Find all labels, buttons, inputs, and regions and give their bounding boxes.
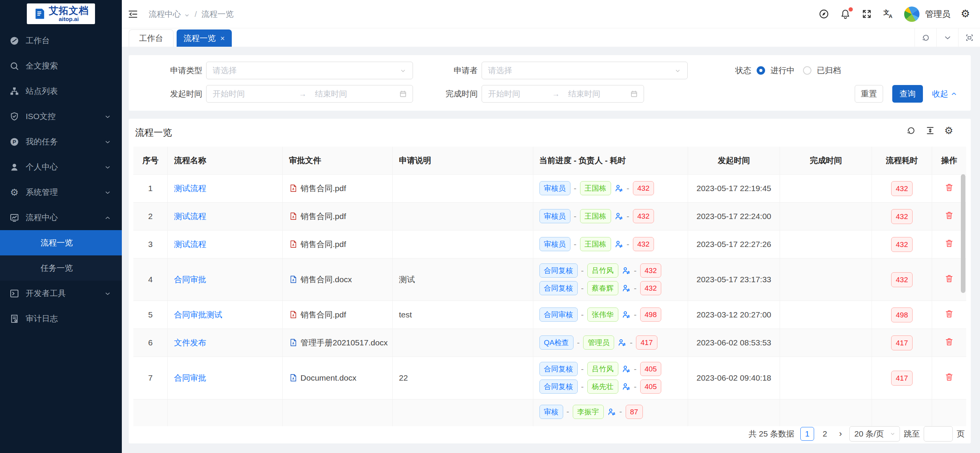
collapse-filters-link[interactable]: 收起	[932, 85, 957, 103]
sidebar-item[interactable]: 开发者工具	[0, 281, 122, 306]
current-user-name[interactable]: 管理员	[925, 8, 951, 20]
tab-close-icon[interactable]: ×	[220, 34, 225, 42]
page-button-2[interactable]: 2	[818, 427, 832, 441]
sidebar-item[interactable]: ⚙系统管理	[0, 180, 122, 205]
process-name-link[interactable]: 测试流程	[174, 240, 206, 249]
logo-document-icon	[33, 7, 46, 20]
sidebar-item-label: 流程中心	[26, 212, 58, 223]
translate-icon[interactable]: 文A	[883, 8, 894, 20]
delete-trash-icon[interactable]	[944, 372, 954, 382]
elapsed-tag: 498	[640, 307, 662, 322]
logo-title: 艾拓文档	[49, 6, 89, 15]
cell-actions	[932, 301, 966, 329]
compass-icon[interactable]	[818, 8, 829, 20]
process-name-link[interactable]: 测试流程	[174, 212, 206, 221]
delete-trash-icon[interactable]	[944, 274, 954, 283]
sidebar-item[interactable]: 审计日志	[0, 306, 122, 331]
sidebar-item[interactable]: 全文搜索	[0, 53, 122, 78]
sidebar-item[interactable]: ISO文控	[0, 104, 122, 129]
settings-gear-icon[interactable]: ⚙	[961, 8, 970, 20]
vertical-scrollbar[interactable]	[961, 174, 965, 293]
delete-trash-icon[interactable]	[944, 211, 954, 220]
cell-apply-note: 22	[393, 357, 533, 399]
sidebar-subitem[interactable]: 流程一览	[0, 230, 122, 255]
column-settings-gear-icon[interactable]: ⚙	[944, 126, 953, 136]
cell-start-time: 2023-05-17 23:17:33	[688, 258, 780, 301]
process-name-link[interactable]: 测试流程	[174, 184, 206, 193]
table-row: 7合同审批Document.docx22合同复核-吕竹风-405合同复核-杨先壮…	[133, 357, 966, 399]
tab-list-chevron-icon[interactable]	[936, 28, 958, 47]
reassign-user-icon[interactable]	[607, 407, 616, 416]
refresh-icon[interactable]	[906, 126, 916, 136]
chevron-down-icon	[104, 138, 111, 145]
cell-total-elapsed: 432	[872, 202, 932, 230]
row-height-icon[interactable]	[925, 126, 935, 136]
cell-apply-note	[393, 174, 533, 202]
delete-trash-icon[interactable]	[944, 337, 954, 347]
finish-time-label: 完成时间	[439, 85, 478, 103]
breadcrumb-parent[interactable]: 流程中心	[149, 9, 181, 20]
cell-approval-file: 销售合同.pdf	[283, 301, 393, 329]
file-name: 销售合同.pdf	[300, 309, 346, 320]
sidebar-item[interactable]: P我的任务	[0, 129, 122, 154]
cell-process-name: 合同审批测试	[168, 301, 283, 329]
reassign-user-icon[interactable]	[615, 240, 623, 249]
app-logo[interactable]: 艾拓文档 aitop.ai	[27, 3, 95, 24]
owner-tag: 吕竹风	[587, 263, 618, 278]
file-name: Document.docx	[300, 373, 356, 383]
reassign-user-icon[interactable]	[622, 365, 631, 373]
reassign-user-icon[interactable]	[622, 382, 631, 391]
sidebar-item[interactable]: 个人中心	[0, 154, 122, 180]
notification-bell-icon[interactable]	[840, 8, 851, 20]
sidebar-item-label: 系统管理	[26, 187, 58, 198]
audit-icon	[9, 314, 20, 324]
avatar[interactable]	[904, 7, 919, 22]
column-header: 审批文件	[283, 147, 393, 174]
reassign-user-icon[interactable]	[622, 266, 631, 275]
tab-refresh-icon[interactable]	[914, 28, 936, 47]
chevron-down-icon[interactable]	[184, 11, 190, 17]
cell-approval-file: 销售合同.pdf	[283, 202, 393, 230]
sidebar-subitem[interactable]: 任务一览	[0, 255, 122, 281]
page-button-1[interactable]: 1	[800, 427, 814, 441]
cell-index: 4	[133, 258, 168, 301]
sidebar-item[interactable]: 流程中心	[0, 205, 122, 230]
tab-process-overview[interactable]: 流程一览 ×	[177, 29, 232, 47]
query-button[interactable]: 查询	[892, 85, 923, 103]
reset-button[interactable]: 重置	[855, 85, 883, 103]
sidebar-item-label: 个人中心	[26, 162, 58, 172]
reassign-user-icon[interactable]	[615, 212, 623, 221]
cell-index: 3	[133, 230, 168, 258]
radio-ongoing-label[interactable]: 进行中	[770, 65, 795, 76]
menu-fold-icon[interactable]	[127, 8, 139, 20]
apply-type-select[interactable]: 请选择	[206, 62, 413, 79]
radio-archived-label[interactable]: 已归档	[817, 65, 841, 76]
tab-workbench[interactable]: 工作台	[129, 29, 174, 47]
reassign-user-icon[interactable]	[622, 284, 631, 293]
next-page-icon[interactable]: ›	[836, 429, 846, 439]
process-name-link[interactable]: 合同审批	[174, 373, 206, 382]
sidebar-item[interactable]: 站点列表	[0, 78, 122, 104]
delete-trash-icon[interactable]	[944, 309, 954, 319]
sidebar-item[interactable]: 工作台	[0, 28, 122, 53]
fullscreen-icon[interactable]	[861, 8, 872, 20]
finish-time-range-picker[interactable]: 开始时间 → 结束时间	[482, 85, 644, 103]
reassign-user-icon[interactable]	[615, 184, 623, 193]
tab-fullscreen-frame-icon[interactable]	[958, 28, 980, 47]
radio-archived[interactable]	[803, 66, 811, 75]
process-name-link[interactable]: 合同审批	[174, 275, 206, 284]
jump-page-input[interactable]	[924, 426, 953, 442]
user-icon	[9, 162, 20, 172]
start-time-range-picker[interactable]: 开始时间 → 结束时间	[206, 85, 413, 103]
delete-trash-icon[interactable]	[944, 239, 954, 248]
delete-trash-icon[interactable]	[944, 183, 954, 192]
radio-ongoing[interactable]	[757, 66, 765, 75]
file-name: 销售合同.pdf	[300, 211, 346, 222]
reassign-user-icon[interactable]	[622, 310, 631, 319]
process-name-link[interactable]: 文件发布	[174, 338, 206, 347]
process-name-link[interactable]: 合同审批测试	[174, 310, 222, 319]
reassign-user-icon[interactable]	[618, 338, 626, 347]
applicant-select[interactable]: 请选择	[482, 62, 688, 79]
cell-approval-file: 管理手册20210517.docx	[283, 329, 393, 357]
page-size-select[interactable]: 20 条/页	[849, 426, 900, 442]
